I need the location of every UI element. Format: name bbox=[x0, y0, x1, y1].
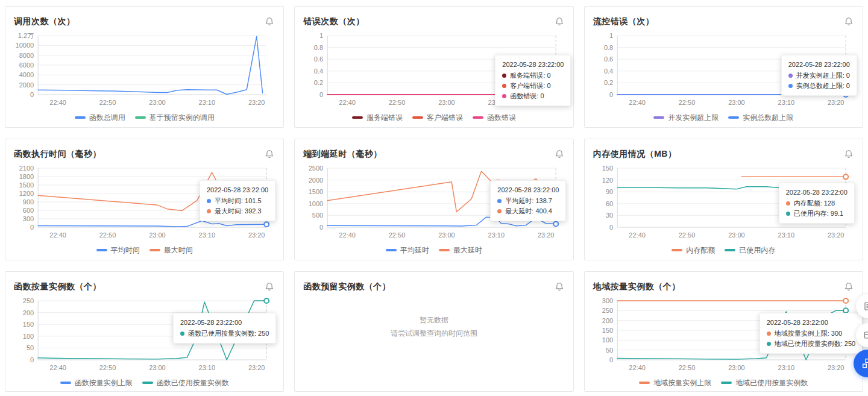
legend-item[interactable]: 平均时间 bbox=[96, 245, 140, 256]
doc-lines-icon bbox=[863, 301, 868, 311]
bell-icon[interactable] bbox=[264, 149, 275, 160]
svg-text:0.4: 0.4 bbox=[314, 68, 323, 75]
svg-text:22:40: 22:40 bbox=[339, 99, 356, 106]
card-title: 调用次数（次） bbox=[14, 16, 75, 27]
legend-swatch bbox=[671, 249, 682, 251]
svg-text:23:20: 23:20 bbox=[828, 364, 844, 371]
svg-text:23:00: 23:00 bbox=[728, 99, 745, 106]
empty-state-hint: 请尝试调整查询的时间范围 bbox=[295, 327, 573, 340]
svg-text:1500: 1500 bbox=[19, 181, 34, 189]
card-title: 错误次数（次） bbox=[303, 16, 365, 27]
svg-text:23:00: 23:00 bbox=[728, 364, 745, 371]
legend-item[interactable]: 实例总数超上限 bbox=[728, 113, 793, 123]
svg-text:1000: 1000 bbox=[309, 200, 323, 207]
svg-text:250: 250 bbox=[602, 307, 612, 314]
tooltip-series-value: 内存配额: 128 bbox=[794, 198, 835, 209]
svg-text:10000: 10000 bbox=[16, 42, 34, 49]
tooltip-row: 已使用内存: 99.1 bbox=[786, 209, 848, 219]
legend-label: 基于预留实例的调用 bbox=[149, 113, 215, 123]
bell-icon[interactable] bbox=[554, 281, 565, 292]
tooltip-series-dot bbox=[207, 209, 211, 213]
svg-text:600: 600 bbox=[23, 207, 34, 214]
svg-text:22:40: 22:40 bbox=[629, 99, 646, 106]
chart-legend: 函数按量实例上限函数已使用按量实例数 bbox=[14, 377, 275, 389]
svg-text:0.2: 0.2 bbox=[604, 79, 613, 86]
legend-label: 平均延时 bbox=[400, 245, 429, 256]
legend-label: 函数按量实例上限 bbox=[75, 378, 133, 388]
svg-text:300: 300 bbox=[602, 297, 612, 304]
svg-text:4000: 4000 bbox=[19, 71, 34, 78]
tooltip-series-value: 服务端错误: 0 bbox=[510, 71, 550, 81]
tooltip-series-dot bbox=[502, 84, 506, 88]
svg-text:23:20: 23:20 bbox=[248, 364, 265, 371]
svg-text:23:20: 23:20 bbox=[248, 99, 265, 106]
svg-text:22:50: 22:50 bbox=[389, 231, 406, 239]
chart-canvas[interactable]: 1.2万100008000600040002000022:4022:5023:0… bbox=[14, 31, 275, 112]
chart-legend: 平均时间最大时间 bbox=[14, 244, 275, 256]
legend-item[interactable]: 基于预留实例的调用 bbox=[135, 113, 215, 123]
legend-swatch bbox=[412, 116, 423, 119]
svg-text:23:00: 23:00 bbox=[149, 99, 166, 106]
bell-icon[interactable] bbox=[264, 281, 275, 292]
tooltip-series-value: 客户端错误: 0 bbox=[510, 81, 550, 91]
tooltip-row: 实例总数超上限: 0 bbox=[788, 81, 850, 91]
svg-text:150: 150 bbox=[602, 165, 612, 172]
svg-text:23:20: 23:20 bbox=[828, 231, 844, 239]
bell-icon[interactable] bbox=[554, 149, 565, 160]
svg-text:22:50: 22:50 bbox=[389, 99, 406, 106]
svg-text:23:10: 23:10 bbox=[778, 99, 794, 106]
legend-label: 最大时间 bbox=[164, 245, 193, 256]
tooltip-time: 2022-05-28 23:22:00 bbox=[207, 185, 268, 195]
legend-item[interactable]: 并发实例超上限 bbox=[653, 113, 719, 123]
legend-item[interactable]: 地域按量实例上限 bbox=[639, 378, 711, 388]
svg-text:0.6: 0.6 bbox=[314, 55, 323, 63]
legend-swatch bbox=[725, 249, 735, 251]
tooltip-series-dot bbox=[207, 199, 211, 203]
svg-text:100: 100 bbox=[602, 336, 612, 344]
svg-text:23:00: 23:00 bbox=[438, 231, 455, 239]
svg-text:23:00: 23:00 bbox=[149, 364, 166, 371]
legend-item[interactable]: 最大时间 bbox=[149, 245, 193, 256]
legend-item[interactable]: 服务端错误 bbox=[352, 113, 403, 123]
card-errors: 错误次数（次） 10.80.60.40.2022:4022:5023:0023:… bbox=[294, 6, 573, 128]
svg-text:23:20: 23:20 bbox=[538, 231, 555, 239]
legend-item[interactable]: 地域已使用按量实例数 bbox=[721, 378, 808, 388]
svg-text:23:10: 23:10 bbox=[199, 99, 216, 106]
svg-text:2000: 2000 bbox=[309, 177, 323, 184]
svg-text:22:50: 22:50 bbox=[99, 364, 116, 371]
svg-text:23:20: 23:20 bbox=[828, 99, 844, 106]
svg-text:150: 150 bbox=[602, 327, 612, 334]
legend-item[interactable]: 平均延时 bbox=[386, 245, 429, 256]
legend-item[interactable]: 客户端错误 bbox=[412, 113, 463, 123]
legend-item[interactable]: 函数总调用 bbox=[75, 113, 125, 123]
bell-icon[interactable] bbox=[843, 281, 854, 292]
bell-icon[interactable] bbox=[554, 16, 565, 27]
bell-icon[interactable] bbox=[264, 16, 275, 27]
legend-item[interactable]: 内存配额 bbox=[671, 245, 715, 256]
legend-item[interactable]: 最大延时 bbox=[439, 245, 482, 256]
svg-text:0: 0 bbox=[609, 224, 613, 231]
empty-state: 暂无数据 请尝试调整查询的时间范围 bbox=[295, 313, 573, 340]
tooltip-series-value: 最大延时: 400.4 bbox=[505, 206, 552, 216]
svg-text:1500: 1500 bbox=[309, 188, 323, 195]
bell-icon[interactable] bbox=[843, 149, 854, 160]
legend-item[interactable]: 函数错误 bbox=[473, 113, 516, 123]
tooltip-series-value: 地域按量实例上限: 300 bbox=[775, 328, 842, 339]
bell-icon[interactable] bbox=[843, 16, 854, 27]
svg-text:0: 0 bbox=[609, 356, 613, 363]
tooltip-series-value: 实例总数超上限: 0 bbox=[796, 81, 850, 91]
svg-text:50: 50 bbox=[27, 344, 34, 351]
chart-legend: 内存配额已使用内存 bbox=[593, 244, 854, 256]
svg-text:1: 1 bbox=[319, 32, 323, 39]
svg-text:0.2: 0.2 bbox=[314, 79, 323, 86]
tooltip-time: 2022-05-28 23:22:00 bbox=[180, 318, 269, 328]
chart-tooltip: 2022-05-28 23:22:00平均延时: 138.7最大延时: 400.… bbox=[490, 180, 566, 221]
card-execution-time: 函数执行时间（毫秒） 2100180015001200900600300022:… bbox=[5, 139, 284, 260]
tooltip-row: 平均时间: 101.5 bbox=[207, 196, 268, 206]
svg-text:120: 120 bbox=[602, 177, 612, 184]
legend-item[interactable]: 已使用内存 bbox=[725, 245, 775, 256]
svg-text:0: 0 bbox=[319, 91, 323, 98]
legend-item[interactable]: 函数按量实例上限 bbox=[60, 378, 133, 388]
legend-item[interactable]: 函数已使用按量实例数 bbox=[142, 378, 229, 388]
tooltip-row: 平均延时: 138.7 bbox=[497, 196, 559, 206]
